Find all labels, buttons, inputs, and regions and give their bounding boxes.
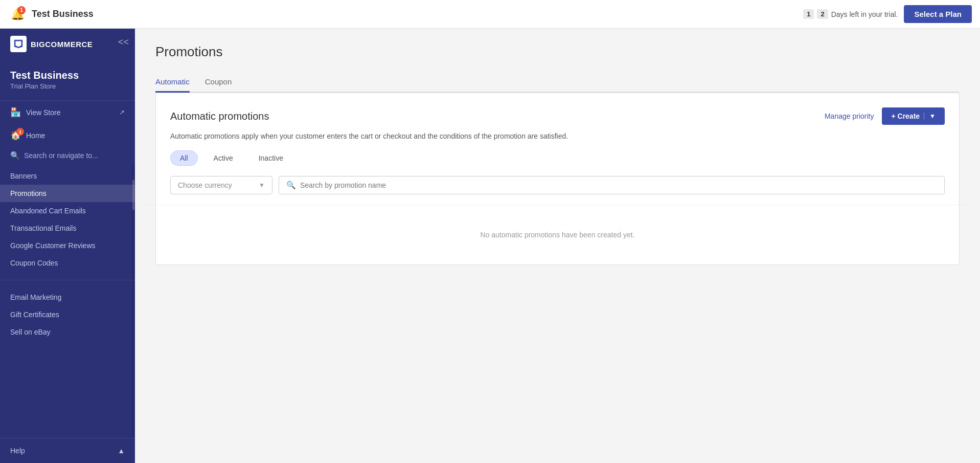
main-inner: Promotions Automatic Coupon Automatic pr…	[135, 29, 980, 280]
sidebar: BIGCOMMERCE << Test Business Trial Plan …	[0, 29, 135, 463]
notification-bell[interactable]: 🔔 1	[8, 5, 27, 24]
sidebar-item-home[interactable]: 🏠 Home 1	[0, 124, 135, 147]
tabs-container: Automatic Coupon	[155, 72, 960, 93]
sidebar-item-promotions[interactable]: Promotions	[0, 185, 135, 202]
filter-all[interactable]: All	[170, 150, 198, 166]
help-chevron-icon: ▲	[118, 447, 125, 455]
trial-days-info: 1 2 Days left in your trial.	[803, 9, 898, 19]
search-row: Choose currency ▼ 🔍	[170, 176, 945, 205]
currency-placeholder: Choose currency	[178, 181, 232, 189]
sidebar-item-sell-on-ebay[interactable]: Sell on eBay	[0, 323, 135, 341]
sidebar-item-view-store[interactable]: 🏪 View Store ↗	[0, 101, 135, 124]
bc-logo-svg	[13, 38, 24, 50]
topbar-left: 🔔 1 Test Business	[8, 5, 94, 24]
topbar-store-name: Test Business	[32, 9, 94, 19]
sidebar-view-store-label: View Store	[26, 108, 60, 117]
sidebar-item-google-customer-reviews[interactable]: Google Customer Reviews	[0, 237, 135, 254]
create-dropdown-arrow[interactable]: ▼	[924, 113, 936, 120]
card-body: Automatic promotions Manage priority + C…	[156, 93, 959, 205]
select-plan-button[interactable]: Select a Plan	[904, 5, 972, 23]
currency-caret-icon: ▼	[259, 182, 265, 189]
sidebar-section-1: Banners Promotions Abandoned Cart Emails…	[0, 164, 135, 275]
create-label: + Create	[891, 112, 920, 120]
filter-row: All Active Inactive	[170, 150, 945, 166]
sidebar-help-label: Help	[10, 447, 25, 455]
sidebar-scrollbar-track	[132, 164, 135, 438]
create-button[interactable]: + Create ▼	[882, 107, 945, 125]
sidebar-item-gift-certificates[interactable]: Gift Certificates	[0, 306, 135, 323]
trial-day-1: 1	[803, 9, 814, 19]
main-content: Promotions Automatic Coupon Automatic pr…	[135, 29, 980, 463]
sidebar-store-subtitle: Trial Plan Store	[10, 82, 125, 90]
sidebar-store-name: Test Business	[10, 70, 125, 81]
sidebar-scrollbar-thumb	[132, 180, 134, 210]
search-input[interactable]	[300, 181, 937, 189]
sidebar-bottom: Help ▲	[0, 438, 135, 463]
store-icon: 🏪	[10, 107, 21, 118]
currency-dropdown[interactable]: Choose currency ▼	[170, 176, 272, 194]
filter-active[interactable]: Active	[204, 150, 243, 166]
bigcommerce-logo: BIGCOMMERCE	[10, 36, 93, 52]
trial-day-2: 2	[817, 9, 828, 19]
empty-message: No automatic promotions have been create…	[481, 231, 635, 239]
manage-priority-link[interactable]: Manage priority	[825, 112, 874, 120]
empty-state: No automatic promotions have been create…	[142, 205, 973, 264]
card-header: Automatic promotions Manage priority + C…	[170, 107, 945, 125]
sidebar-header: BIGCOMMERCE <<	[0, 29, 135, 57]
tab-coupon[interactable]: Coupon	[205, 72, 232, 93]
card-title: Automatic promotions	[170, 111, 269, 122]
logo-text: BIGCOMMERCE	[31, 40, 93, 49]
sidebar-item-email-marketing[interactable]: Email Marketing	[0, 289, 135, 306]
sidebar-item-banners[interactable]: Banners	[0, 167, 135, 185]
search-box: 🔍	[279, 176, 945, 194]
bell-badge: 1	[17, 6, 26, 14]
layout: BIGCOMMERCE << Test Business Trial Plan …	[0, 29, 980, 463]
tab-automatic[interactable]: Automatic	[155, 72, 190, 93]
home-badge: 1	[16, 128, 24, 136]
sidebar-section-2: Email Marketing Gift Certificates Sell o…	[0, 285, 135, 344]
sidebar-item-coupon-codes[interactable]: Coupon Codes	[0, 254, 135, 272]
topbar: 🔔 1 Test Business 1 2 Days left in your …	[0, 0, 980, 29]
sidebar-help-item[interactable]: Help ▲	[0, 438, 135, 463]
search-icon: 🔍	[10, 151, 20, 160]
topbar-right: 1 2 Days left in your trial. Select a Pl…	[803, 5, 972, 23]
sidebar-item-transactional-emails[interactable]: Transactional Emails	[0, 219, 135, 237]
search-box-icon: 🔍	[286, 181, 296, 190]
sidebar-collapse-button[interactable]: <<	[112, 29, 135, 56]
sidebar-search-inner[interactable]: 🔍 Search or navigate to...	[10, 151, 125, 160]
card-actions: Manage priority + Create ▼	[825, 107, 945, 125]
logo-icon	[10, 36, 27, 52]
card-description: Automatic promotions apply when your cus…	[170, 132, 945, 140]
filter-inactive[interactable]: Inactive	[249, 150, 293, 166]
page-title: Promotions	[155, 44, 960, 60]
sidebar-home-label: Home	[26, 131, 45, 140]
sidebar-search-area[interactable]: 🔍 Search or navigate to...	[0, 147, 135, 164]
sidebar-scroll-area: Banners Promotions Abandoned Cart Emails…	[0, 164, 135, 438]
promotions-card: Automatic promotions Manage priority + C…	[155, 93, 960, 265]
sidebar-search-placeholder: Search or navigate to...	[24, 151, 98, 160]
trial-label: Days left in your trial.	[831, 10, 898, 18]
sidebar-item-abandoned-cart-emails[interactable]: Abandoned Cart Emails	[0, 202, 135, 219]
sidebar-divider-1	[0, 280, 135, 280]
external-link-icon: ↗	[119, 108, 125, 116]
sidebar-store-info: Test Business Trial Plan Store	[0, 57, 135, 101]
